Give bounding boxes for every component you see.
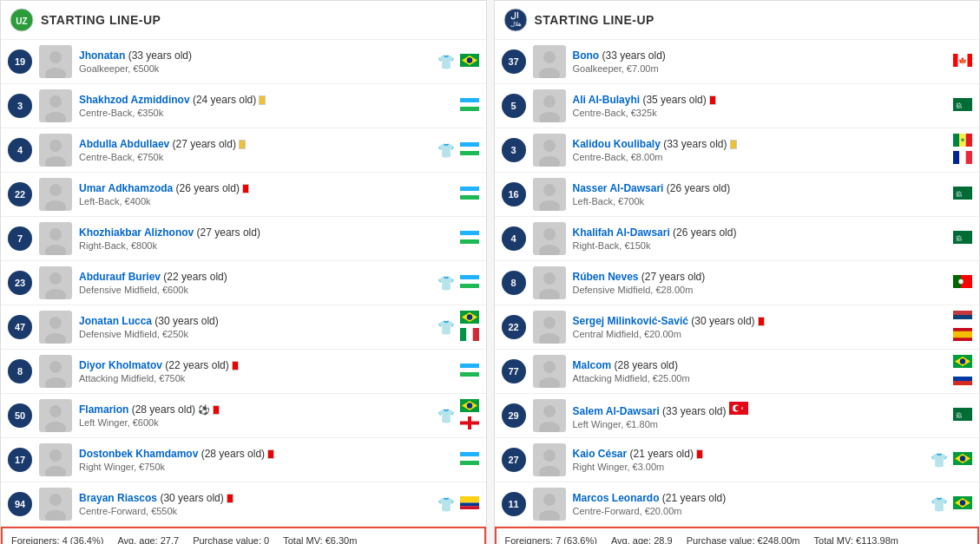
player-name[interactable]: Rúben Neves (27 years old)	[573, 271, 949, 283]
transfer-shirt-icon: 👕	[931, 452, 948, 469]
player-info: Salem Al-Dawsari (33 years old) Left Win…	[573, 402, 949, 429]
player-flags: ﷺ	[953, 231, 972, 246]
svg-point-122	[539, 466, 560, 476]
transfer-shirt-icon: 👕	[437, 142, 455, 159]
jersey-number: 50	[8, 403, 32, 428]
player-flags	[953, 355, 972, 388]
flag-icon	[953, 328, 972, 344]
svg-point-85	[543, 184, 556, 196]
player-name[interactable]: Bono (33 years old)	[573, 49, 949, 62]
player-name[interactable]: Kalidou Koulibaly (33 years old)	[573, 138, 949, 150]
player-name[interactable]: Jonatan Lucca (30 years old)	[79, 315, 437, 327]
svg-point-12	[49, 140, 62, 152]
player-name[interactable]: Malcom (28 years old)	[573, 359, 949, 371]
player-row: 27Kaio César (21 years old)Right Winger,…	[495, 438, 980, 482]
player-position: Centre-Forward, €20.00m	[573, 506, 931, 516]
player-name[interactable]: Diyor Kholmatov (22 years old)	[79, 359, 455, 371]
player-name[interactable]: Dostonbek Khamdamov (28 years old)	[79, 448, 455, 460]
team2-logo: ال هلال	[503, 8, 528, 32]
player-action-icons: 👕	[437, 275, 455, 292]
player-name[interactable]: Nasser Al-Dawsari (26 years old)	[573, 182, 949, 194]
svg-point-46	[45, 422, 66, 432]
flag-icon: ﷺ	[953, 231, 972, 246]
player-name[interactable]: Khalifah Al-Dawsari (26 years old)	[573, 226, 949, 239]
svg-text:ﷺ: ﷺ	[956, 235, 962, 241]
player-name[interactable]: Abdurauf Buriev (22 years old)	[79, 271, 437, 283]
team2-footer: Foreigners: 7 (63.6%) Avg. age: 28.9 Pur…	[495, 527, 980, 544]
player-position: Central Midfield, €20.00m	[573, 329, 949, 339]
player-name[interactable]: Khozhiakbar Alizhonov (27 years old)	[79, 226, 455, 239]
player-row: 4Abdulla Abdullaev (27 years old)Centre-…	[1, 128, 486, 173]
player-flags	[460, 98, 479, 114]
player-photo	[533, 399, 566, 432]
player-name[interactable]: Shakhzod Azmiddinov (24 years old)	[79, 94, 455, 106]
player-name[interactable]: Kaio César (21 years old)	[573, 448, 931, 460]
svg-point-17	[49, 184, 62, 196]
jersey-number: 47	[8, 315, 32, 339]
team1-panel: UZ STARTING LINE-UP 19Jhonatan (33 years…	[0, 0, 487, 544]
player-name[interactable]: Abdulla Abdullaev (27 years old)	[79, 138, 437, 150]
svg-rect-100	[953, 311, 972, 315]
svg-point-6	[466, 57, 471, 62]
player-flags	[460, 311, 479, 344]
player-name[interactable]: Salem Al-Dawsari (33 years old)	[573, 402, 949, 417]
player-name[interactable]: Sergej Milinković-Savić (30 years old)	[573, 315, 949, 327]
svg-rect-21	[460, 195, 479, 200]
svg-point-66	[543, 51, 556, 63]
player-name[interactable]: Ali Al-Bulayhi (35 years old)	[573, 94, 949, 106]
svg-point-27	[49, 272, 62, 285]
svg-point-86	[539, 200, 560, 211]
svg-rect-84	[966, 151, 972, 164]
player-flags	[460, 275, 479, 291]
svg-rect-25	[460, 235, 479, 239]
svg-point-117	[735, 406, 740, 411]
player-info: Bono (33 years old)Goalkeeper, €7.00m	[573, 49, 949, 74]
player-photo	[39, 134, 72, 167]
player-position: Defensive Midfield, €600k	[79, 285, 437, 295]
player-flags	[953, 275, 972, 291]
svg-rect-110	[953, 372, 972, 377]
flag-icon	[953, 452, 972, 468]
player-photo	[39, 488, 72, 521]
team2-title: STARTING LINE-UP	[535, 13, 654, 27]
player-name[interactable]: Flamarion (28 years old) ⚽	[79, 403, 437, 416]
player-name[interactable]: Jhonatan (33 years old)	[79, 49, 437, 62]
player-flags	[460, 496, 479, 512]
player-name[interactable]: Umar Adkhamzoda (26 years old)	[79, 182, 455, 194]
player-position: Defensive Midfield, €28.00m	[573, 285, 949, 295]
flag-icon	[460, 399, 479, 415]
svg-point-77	[539, 156, 560, 167]
svg-rect-104	[953, 331, 972, 338]
svg-point-59	[45, 510, 66, 521]
svg-rect-26	[460, 239, 479, 244]
player-action-icons: 👕	[437, 54, 455, 70]
svg-point-36	[466, 314, 471, 319]
player-photo	[533, 443, 566, 476]
svg-rect-24	[460, 231, 479, 235]
team1-foreigners: Foreigners: 4 (36.4%)	[11, 535, 103, 544]
jersey-number: 37	[502, 49, 526, 74]
flag-icon	[460, 142, 479, 158]
svg-point-13	[45, 156, 66, 167]
svg-text:ﷺ: ﷺ	[956, 412, 962, 418]
jersey-number: 17	[8, 448, 32, 472]
svg-rect-38	[466, 328, 472, 341]
flag-icon	[460, 187, 479, 202]
svg-rect-43	[460, 368, 479, 372]
svg-rect-112	[953, 381, 972, 385]
jersey-number: 11	[502, 492, 526, 516]
svg-point-94	[539, 289, 560, 299]
player-name[interactable]: Marcos Leonardo (21 years old)	[573, 492, 931, 504]
player-info: Malcom (28 years old)Attacking Midfield,…	[573, 359, 949, 383]
red-card-icon	[696, 449, 703, 459]
player-info: Sergej Milinković-Savić (30 years old)Ce…	[573, 315, 949, 339]
svg-point-72	[543, 95, 556, 108]
player-flags	[460, 399, 479, 432]
svg-rect-82	[953, 151, 959, 164]
player-name[interactable]: Brayan Riascos (30 years old)	[79, 492, 437, 504]
player-row: 22Umar Adkhamzoda (26 years old)Left-Bac…	[1, 173, 486, 217]
svg-rect-29	[460, 275, 479, 279]
player-action-icons: 👕	[931, 452, 948, 469]
player-flags	[953, 134, 972, 167]
player-info: Khalifah Al-Dawsari (26 years old)Right-…	[573, 226, 949, 251]
